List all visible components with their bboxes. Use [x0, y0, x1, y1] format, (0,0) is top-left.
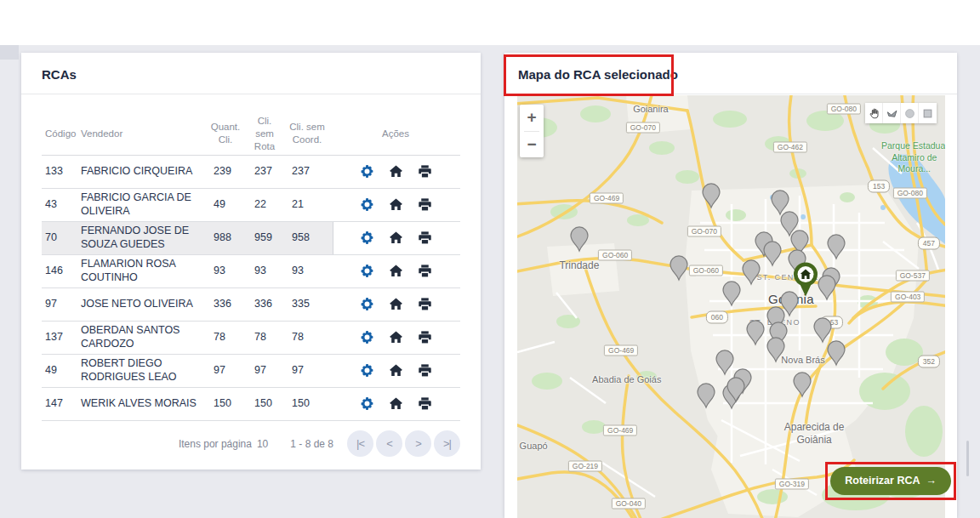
road-label: GO-070: [687, 226, 721, 237]
road-label: GO-537: [896, 270, 930, 282]
road-label: GO-462: [773, 142, 807, 153]
cell-acoes: [331, 396, 460, 411]
cell-rota: 150: [246, 395, 283, 413]
road-label: GO-060: [598, 249, 632, 260]
printer-icon[interactable]: [418, 297, 432, 311]
table-row[interactable]: 70FERNANDO JOSE DE SOUZA GUEDES988959958: [42, 222, 460, 255]
items-per-page-label: Itens por página: [179, 438, 252, 450]
client-pin[interactable]: [792, 372, 812, 398]
next-page-button[interactable]: >: [405, 430, 431, 457]
cell-coord: 335: [283, 295, 331, 314]
circle-tool-icon[interactable]: [901, 103, 919, 123]
gear-icon[interactable]: [360, 231, 374, 245]
gear-icon[interactable]: [360, 197, 374, 212]
city-label: Aparecida de Goiânia: [778, 421, 850, 447]
client-pin[interactable]: [818, 275, 837, 301]
cell-vendedor: FABRICIO GARCIA DE OLIVEIRA: [77, 189, 205, 220]
cell-quant: 49: [205, 196, 246, 214]
map-drawing-toolbar: [865, 103, 937, 123]
client-pin[interactable]: [742, 259, 761, 286]
road-label: 153: [868, 179, 890, 192]
map-canvas[interactable]: GO-080GO-070GO-462GO-080GO-469GO-070GO-0…: [517, 95, 945, 518]
rcas-table: CódigoVendedorQuant. Cli.Cli. sem RotaCl…: [21, 113, 481, 467]
gear-icon[interactable]: [360, 363, 374, 378]
home-icon[interactable]: [389, 363, 403, 378]
table-row[interactable]: 49ROBERT DIEGO RODRIGUES LEAO979797: [42, 355, 460, 388]
client-pin[interactable]: [766, 337, 785, 363]
table-row[interactable]: 147WERIK ALVES MORAIS150150150: [42, 388, 460, 421]
roteirizar-rca-button[interactable]: Roteirizar RCA →: [830, 467, 951, 495]
client-pin[interactable]: [715, 350, 734, 376]
printer-icon[interactable]: [418, 363, 432, 378]
pan-hand-icon[interactable]: [865, 103, 883, 123]
client-pin[interactable]: [827, 340, 846, 367]
client-pin[interactable]: [827, 234, 846, 260]
client-pin[interactable]: [669, 255, 689, 282]
road-label: 060: [706, 310, 728, 323]
printer-icon[interactable]: [418, 197, 432, 212]
route-button-label: Roteirizar RCA: [845, 475, 920, 487]
client-pin[interactable]: [701, 183, 721, 209]
column-header-vendedor: Vendedor: [77, 126, 205, 142]
printer-icon[interactable]: [418, 231, 432, 245]
gear-icon[interactable]: [360, 396, 374, 411]
road-label: 457: [918, 236, 940, 249]
client-pin[interactable]: [722, 281, 742, 307]
home-icon[interactable]: [389, 197, 403, 212]
page-root: RCAs CódigoVendedorQuant. Cli.Cli. sem R…: [0, 0, 980, 518]
table-body: 133FABRICIO CIRQUEIRA23923723743FABRICIO…: [42, 156, 460, 421]
printer-icon[interactable]: [418, 164, 432, 179]
client-pin[interactable]: [569, 226, 589, 253]
cell-acoes: [331, 363, 460, 378]
client-pin[interactable]: [696, 383, 715, 409]
home-icon[interactable]: [389, 396, 403, 411]
table-row[interactable]: 137OBERDAN SANTOS CARDOZO787878: [42, 322, 460, 355]
zoom-in-button[interactable]: +: [520, 105, 544, 131]
home-icon[interactable]: [389, 164, 403, 179]
zoom-out-button[interactable]: −: [520, 132, 544, 158]
rca-home-marker[interactable]: [791, 261, 820, 299]
home-icon[interactable]: [389, 330, 403, 344]
column-header-quant: Quant. Cli.: [205, 119, 246, 148]
home-icon[interactable]: [389, 264, 403, 278]
gear-icon[interactable]: [360, 264, 374, 278]
home-icon[interactable]: [389, 231, 403, 245]
table-row[interactable]: 146FLAMARION ROSA COUTINHO939393: [42, 255, 460, 288]
printer-icon[interactable]: [418, 330, 432, 344]
cell-vendedor: WERIK ALVES MORAIS: [77, 395, 205, 413]
client-pin[interactable]: [726, 377, 746, 403]
polygon-tool-icon[interactable]: [883, 103, 901, 123]
cell-vendedor: FLAMARION ROSA COUTINHO: [77, 255, 205, 287]
table-row[interactable]: 43FABRICIO GARCIA DE OLIVEIRA492221: [42, 189, 460, 222]
cell-acoes: [331, 231, 460, 245]
map-title: Mapa do RCA selecionado: [504, 53, 957, 94]
client-pin[interactable]: [746, 320, 766, 346]
cell-acoes: [331, 264, 460, 278]
gear-icon[interactable]: [360, 330, 374, 344]
column-header-acoes: Ações: [331, 126, 460, 142]
square-tool-icon[interactable]: [919, 103, 937, 123]
printer-icon[interactable]: [418, 396, 432, 411]
table-row[interactable]: 133FABRICIO CIRQUEIRA239237237: [42, 156, 460, 189]
gear-icon[interactable]: [360, 164, 374, 179]
cell-acoes: [331, 330, 460, 344]
page-size-select[interactable]: 10: [257, 438, 268, 450]
cell-coord: 21: [283, 196, 331, 214]
last-page-button[interactable]: >|: [434, 430, 460, 457]
road-label: GO-070: [626, 122, 660, 133]
scrollbar-thumb[interactable]: [966, 441, 969, 476]
first-page-button[interactable]: |<: [347, 430, 373, 457]
home-icon[interactable]: [389, 297, 403, 311]
client-pin[interactable]: [762, 241, 782, 267]
city-label: Abadia de Goiás: [591, 374, 663, 386]
cell-quant: 150: [205, 395, 246, 413]
table-row[interactable]: 97JOSE NETO OLIVEIRA336336335: [42, 288, 460, 322]
prev-page-button[interactable]: <: [376, 430, 402, 457]
cell-vendedor: FABRICIO CIRQUEIRA: [77, 162, 205, 181]
column-header-codigo: Código: [42, 126, 77, 142]
printer-icon[interactable]: [418, 264, 432, 278]
gear-icon[interactable]: [360, 297, 374, 311]
road-label: GO-469: [604, 345, 638, 356]
road-label: 352: [918, 356, 940, 368]
cell-coord: 958: [283, 229, 331, 248]
